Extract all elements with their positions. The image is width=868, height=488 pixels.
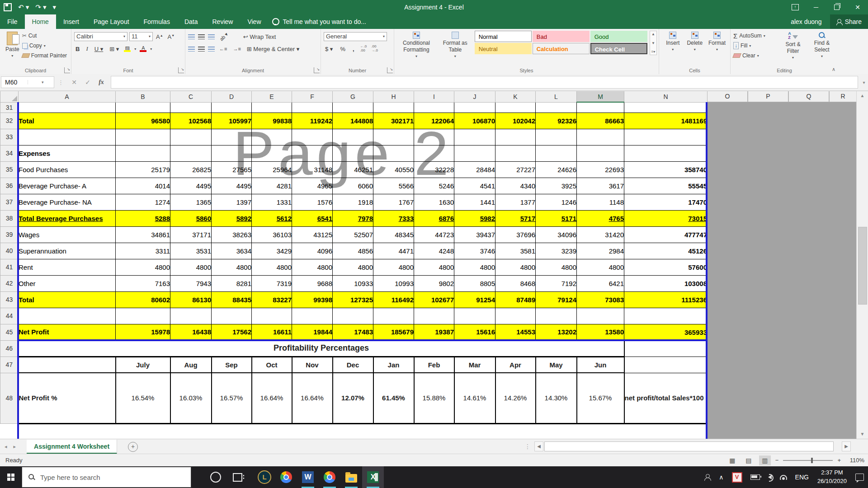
fill-color-dropdown-icon[interactable]: ▾	[134, 47, 136, 51]
row-header-48[interactable]: 48	[0, 373, 19, 423]
cell-E34[interactable]	[252, 145, 292, 161]
cell-N43[interactable]: 1115236	[624, 291, 708, 308]
cell-J34[interactable]	[454, 145, 495, 161]
cell-B31[interactable]	[116, 102, 170, 113]
cell-J32[interactable]: 106870	[454, 113, 495, 129]
cell-F43[interactable]: 99398	[292, 291, 333, 308]
cell-G36[interactable]: 6060	[333, 178, 373, 194]
cell-L35[interactable]: 24626	[536, 161, 577, 178]
cell-I31[interactable]	[414, 102, 454, 113]
cell-E36[interactable]: 4281	[252, 178, 292, 194]
insert-function-icon[interactable]: fx	[94, 79, 108, 86]
cell-F37[interactable]: 1576	[292, 194, 333, 210]
align-bottom-icon[interactable]	[208, 34, 215, 39]
cell-G42[interactable]: 10933	[333, 275, 373, 291]
cell-C34[interactable]	[170, 145, 212, 161]
increase-decimal-icon[interactable]: ←.0.00	[360, 45, 367, 53]
cell-H36[interactable]: 5566	[373, 178, 414, 194]
user-name[interactable]: alex duong	[791, 18, 822, 25]
comma-style-icon[interactable]: ,	[351, 46, 356, 52]
cell-I41[interactable]: 4800	[414, 259, 454, 275]
decrease-font-icon[interactable]: A▼	[166, 33, 176, 40]
cell-J48[interactable]: 14.61%	[454, 373, 495, 423]
cell-M32[interactable]: 86663	[577, 113, 624, 129]
cell-B42[interactable]: 7163	[116, 275, 170, 291]
page-break-preview-icon[interactable]: ▥	[759, 455, 771, 465]
cell-N31[interactable]	[624, 102, 708, 113]
align-right-icon[interactable]	[208, 47, 215, 52]
cell-I33[interactable]	[414, 129, 454, 145]
taskbar-app-lol[interactable]: L	[254, 466, 275, 488]
taskbar-app-excel-active[interactable]: X	[362, 466, 384, 488]
taskbar-app-file-explorer[interactable]	[340, 466, 362, 488]
row-header-36[interactable]: 36	[0, 178, 19, 194]
gallery-up-icon[interactable]: ▲	[651, 32, 655, 36]
cell-L32[interactable]: 92326	[536, 113, 577, 129]
cell-E31[interactable]	[252, 102, 292, 113]
paste-button[interactable]: Paste ▾	[3, 31, 22, 65]
gallery-down-icon[interactable]: ▼	[651, 41, 655, 45]
month-header-sep[interactable]: Sep	[212, 357, 252, 373]
format-painter-button[interactable]: Format Painter	[22, 51, 67, 61]
minimize-button[interactable]: ─	[806, 0, 826, 14]
zoom-in-icon[interactable]: +	[837, 457, 841, 464]
vertical-scrollbar[interactable]: ▲ ▼	[856, 91, 868, 439]
number-dialog-launcher[interactable]: ↘	[387, 67, 393, 73]
row-header-35[interactable]: 35	[0, 161, 19, 178]
restore-button[interactable]	[826, 0, 847, 14]
cell-A37[interactable]: Beverage Purchase- NA	[19, 194, 116, 210]
month-header-dec[interactable]: Dec	[333, 357, 373, 373]
cell-I32[interactable]: 122064	[414, 113, 454, 129]
cell-C35[interactable]: 26825	[170, 161, 212, 178]
scroll-left-icon[interactable]: ◀	[534, 441, 543, 451]
cell-E41[interactable]: 4800	[252, 259, 292, 275]
cell-A47[interactable]	[19, 357, 116, 373]
cell-N38[interactable]: 73015	[624, 210, 708, 226]
enter-icon[interactable]: ✓	[81, 79, 94, 86]
borders-icon[interactable]: ⊞ ▾	[108, 46, 120, 52]
cell-F34[interactable]	[292, 145, 333, 161]
select-all-corner[interactable]	[0, 91, 19, 102]
italic-button[interactable]: I	[85, 45, 89, 52]
cell-G32[interactable]: 144808	[333, 113, 373, 129]
cell-C44[interactable]	[170, 308, 212, 324]
row-header-38[interactable]: 38	[0, 210, 19, 226]
delete-cells-button[interactable]: Delete▾	[684, 31, 705, 65]
fill-color-icon[interactable]: ▨	[124, 46, 131, 52]
row-header-44[interactable]: 44	[0, 308, 19, 324]
cell-A48[interactable]: Net Profit %	[19, 373, 116, 423]
language-indicator[interactable]: ENG	[791, 466, 813, 488]
page-break-line-right[interactable]	[706, 102, 708, 439]
cell-E45[interactable]: 16611	[252, 324, 292, 340]
cell-K39[interactable]: 37696	[495, 226, 536, 243]
row-header-47[interactable]: 47	[0, 357, 19, 373]
cell-M45[interactable]: 13580	[577, 324, 624, 340]
cell-H45[interactable]: 185679	[373, 324, 414, 340]
cell-B38[interactable]: 5288	[116, 210, 170, 226]
cell-N47[interactable]	[624, 357, 708, 373]
cell-G45[interactable]: 17483	[333, 324, 373, 340]
page-layout-view-icon[interactable]: ▤	[743, 455, 755, 465]
cell-B34[interactable]	[116, 145, 170, 161]
ribbon-tab-file[interactable]: File	[0, 14, 25, 29]
column-header-L[interactable]: L	[536, 91, 577, 102]
column-header-D[interactable]: D	[212, 91, 252, 102]
font-size-select[interactable]: 11▾	[129, 32, 153, 41]
cell-D42[interactable]: 8281	[212, 275, 252, 291]
cell-K38[interactable]: 5717	[495, 210, 536, 226]
cell-N45[interactable]: 365933	[624, 324, 708, 340]
month-header-oct[interactable]: Oct	[252, 357, 292, 373]
cell-H34[interactable]	[373, 145, 414, 161]
cell-I38[interactable]: 6876	[414, 210, 454, 226]
cell-D36[interactable]: 4495	[212, 178, 252, 194]
cell-H39[interactable]: 48345	[373, 226, 414, 243]
cell-A44[interactable]	[19, 308, 116, 324]
cell-A39[interactable]: Wages	[19, 226, 116, 243]
cell-L45[interactable]: 13202	[536, 324, 577, 340]
cell-L33[interactable]	[536, 129, 577, 145]
cancel-icon[interactable]: ✕	[67, 79, 81, 86]
cell-C38[interactable]: 5860	[170, 210, 212, 226]
month-header-feb[interactable]: Feb	[414, 357, 454, 373]
cell-D48[interactable]: 16.57%	[212, 373, 252, 423]
find-select-button[interactable]: Find & Select ▾	[807, 31, 836, 65]
